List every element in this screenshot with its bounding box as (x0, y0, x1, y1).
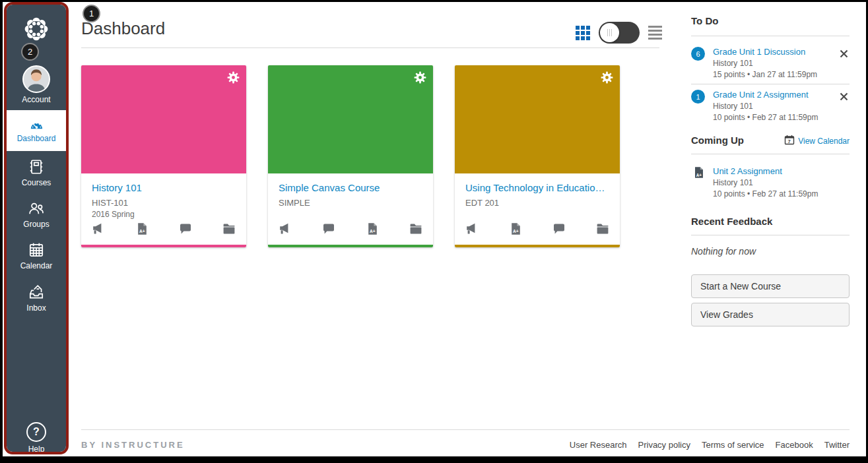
dashboard-icon (7, 117, 66, 131)
assignments-icon[interactable] (366, 222, 379, 238)
discussions-icon[interactable] (179, 222, 192, 238)
sidebar-item-dashboard[interactable]: Dashboard (7, 110, 66, 151)
files-icon[interactable] (409, 222, 422, 238)
announcements-icon[interactable] (465, 222, 479, 238)
assignments-icon[interactable] (509, 222, 522, 238)
announcements-icon[interactable] (92, 222, 105, 238)
todo-item-course: History 101 (713, 102, 850, 111)
sidebar-item-groups[interactable]: Groups (7, 200, 66, 229)
coming-up-heading: Coming Up (691, 135, 744, 146)
sidebar-item-courses[interactable]: Courses (7, 158, 66, 187)
footer-links: User Research Privacy policy Terms of se… (570, 440, 850, 450)
todo-item-link[interactable]: Grade Unit 2 Assignment (713, 90, 850, 100)
calendar-icon (7, 241, 66, 259)
recent-feedback-heading: Recent Feedback (691, 216, 772, 227)
todo-count-badge: 1 (691, 90, 705, 104)
coming-up-item-course: History 101 (713, 178, 850, 187)
course-card-term: 2016 Spring (92, 210, 236, 219)
course-card-simple-canvas: Simple Canvas Course SIMPLE (268, 65, 433, 247)
course-card-title[interactable]: Simple Canvas Course (279, 182, 422, 193)
canvas-dashboard-screen: Account Dashboard (3, 2, 866, 456)
gear-icon[interactable] (601, 71, 613, 86)
view-toggle-switch[interactable] (599, 22, 640, 44)
view-grades-button[interactable]: View Grades (691, 303, 850, 326)
sidebar-item-help[interactable]: ? Help (7, 422, 66, 454)
sidebar-item-calendar[interactable]: Calendar (7, 241, 66, 270)
todo-item: 6 Grade Unit 1 Discussion History 101 15… (691, 47, 850, 79)
courses-icon (7, 158, 66, 175)
card-accent-bar (455, 245, 620, 247)
groups-icon (7, 200, 66, 217)
course-card-title[interactable]: History 101 (92, 182, 236, 193)
todo-item: 1 Grade Unit 2 Assignment History 101 10… (691, 90, 850, 122)
discussions-icon[interactable] (322, 222, 335, 238)
assignment-icon (692, 166, 705, 181)
help-icon: ? (26, 422, 46, 442)
course-card-title[interactable]: Using Technology in Educatio… (465, 182, 609, 193)
todo-item-meta: 10 points • Feb 27 at 11:59pm (713, 113, 850, 122)
toggle-knob[interactable] (600, 23, 619, 42)
footer-link-facebook[interactable]: Facebook (776, 440, 813, 450)
sidebar-annotation-outline: Account Dashboard (4, 2, 69, 454)
assignments-icon[interactable] (135, 222, 149, 238)
course-card-code: EDT 201 (465, 198, 609, 208)
card-color-header[interactable] (81, 65, 246, 173)
todo-count-badge: 6 (691, 47, 705, 61)
files-icon[interactable] (222, 222, 236, 238)
close-icon[interactable] (840, 92, 848, 104)
footer-link-privacy-policy[interactable]: Privacy policy (638, 440, 690, 450)
course-card-history-101: History 101 HIST-101 2016 Spring (81, 65, 246, 247)
inbox-icon (7, 284, 66, 301)
annotation-badge-2: 2 (21, 43, 39, 61)
sidebar-item-account[interactable]: Account (7, 95, 66, 104)
close-icon[interactable] (840, 49, 848, 61)
card-view-icon[interactable] (576, 26, 590, 40)
coming-up-item-meta: 10 points • Feb 27 at 11:59pm (713, 189, 850, 199)
calendar-7-icon: 7 (784, 135, 795, 147)
course-cards: History 101 HIST-101 2016 Spring Simple … (81, 65, 620, 247)
card-accent-bar (81, 245, 246, 247)
list-view-icon[interactable] (648, 26, 662, 40)
todo-item-course: History 101 (713, 59, 850, 68)
gear-icon[interactable] (227, 71, 240, 86)
footer-link-user-research[interactable]: User Research (570, 440, 627, 450)
dashboard-view-controls (576, 22, 662, 44)
header-divider (81, 47, 659, 48)
files-icon[interactable] (596, 222, 609, 238)
footer-link-twitter[interactable]: Twitter (824, 440, 850, 450)
sidebar-item-inbox[interactable]: Inbox (7, 284, 66, 313)
footer-link-terms-of-service[interactable]: Terms of service (702, 440, 764, 450)
view-calendar-link[interactable]: 7 View Calendar (784, 135, 850, 147)
gear-icon[interactable] (414, 71, 426, 86)
card-color-header[interactable] (455, 65, 620, 173)
recent-feedback-empty: Nothing for now (691, 246, 756, 257)
discussions-icon[interactable] (552, 222, 566, 238)
global-nav: Account Dashboard (7, 5, 66, 452)
course-card-code: HIST-101 (92, 198, 236, 208)
start-new-course-button[interactable]: Start a New Course (691, 274, 850, 298)
todo-item-meta: 15 points • Jan 27 at 11:59pm (713, 70, 850, 79)
course-card-edt-201: Using Technology in Educatio… EDT 201 (455, 65, 620, 247)
coming-up-item: Unit 2 Assignment History 101 10 points … (691, 166, 850, 199)
todo-heading: To Do (691, 15, 718, 26)
footer-brand: BY INSTRUCTURE (81, 440, 185, 450)
card-accent-bar (268, 245, 433, 247)
svg-text:7: 7 (788, 139, 791, 144)
annotation-badge-1: 1 (83, 5, 100, 22)
course-card-code: SIMPLE (279, 198, 422, 208)
avatar[interactable] (22, 65, 50, 93)
coming-up-item-link[interactable]: Unit 2 Assignment (713, 166, 850, 176)
footer-divider (81, 429, 850, 430)
card-color-header[interactable] (268, 65, 433, 173)
todo-item-link[interactable]: Grade Unit 1 Discussion (713, 47, 850, 57)
announcements-icon[interactable] (279, 222, 292, 238)
